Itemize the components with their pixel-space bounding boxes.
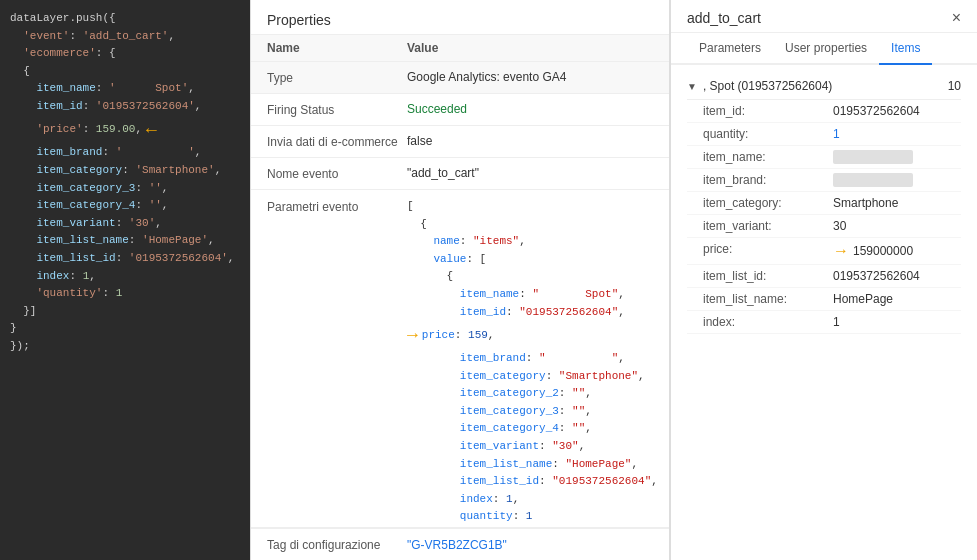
detail-key-item-name: item_name: — [703, 150, 833, 164]
detail-key-item-list-id: item_list_id: — [703, 269, 833, 283]
blurred-item-name — [833, 150, 913, 164]
detail-key-index: index: — [703, 315, 833, 329]
code-item-id: item_id: "0195372562604", — [407, 304, 661, 322]
code-quantity: quantity: 1 — [407, 508, 661, 526]
detail-value-quantity: 1 — [833, 127, 961, 141]
code-item-brand: item_brand: " ", — [407, 350, 661, 368]
code-line: item_category: 'Smartphone', — [10, 162, 240, 180]
code-line: index: 1, — [10, 268, 240, 286]
prop-row-ecommerce: Invia dati di e-commerce false — [251, 126, 669, 158]
detail-value-item-list-id: 0195372562604 — [833, 269, 961, 283]
arrow-left-icon: ← — [146, 116, 157, 145]
code-line: item_category_3: '', — [10, 180, 240, 198]
properties-header: Properties — [251, 0, 669, 35]
prop-value-nome: "add_to_cart" — [407, 166, 653, 180]
expand-arrow-icon[interactable]: ▼ — [687, 81, 697, 92]
event-params-row: Parametri evento [ { name: "items", valu… — [251, 190, 669, 528]
detail-value-item-brand — [833, 173, 961, 187]
tag-row: Tag di configurazione "G-VR5B2ZCG1B" — [251, 528, 669, 560]
detail-key-item-category: item_category: — [703, 196, 833, 210]
code-line: item_category_4: '', — [10, 197, 240, 215]
item-count: 10 — [948, 79, 961, 93]
code-line: item_variant: '30', — [10, 215, 240, 233]
code-line: 'ecommerce': { — [10, 45, 240, 63]
col-name-header: Name — [267, 41, 407, 55]
right-tabs: Parameters User properties Items — [671, 33, 977, 65]
detail-price: price: → 159000000 — [687, 238, 961, 265]
code-open: { — [407, 216, 661, 234]
detail-key-item-list-name: item_list_name: — [703, 292, 833, 306]
tab-parameters[interactable]: Parameters — [687, 33, 773, 65]
item-expand-row[interactable]: ▼ , Spot (0195372562604) 10 — [687, 73, 961, 100]
prop-name-nome: Nome evento — [267, 166, 407, 181]
code-item-cat3: item_category_3: "", — [407, 403, 661, 421]
code-line: item_list_id: '0195372562604', — [10, 250, 240, 268]
code-item-cat: item_category: "Smartphone", — [407, 368, 661, 386]
code-value-key: value: [ — [407, 251, 661, 269]
prop-value-ecommerce: false — [407, 134, 653, 148]
prop-name-firing: Firing Status — [267, 102, 407, 117]
price-arrow-row: 'price': 159.00, ← — [10, 116, 240, 145]
detail-index: index: 1 — [687, 311, 961, 334]
prop-name-type: Type — [267, 70, 407, 85]
detail-value-item-variant: 30 — [833, 219, 961, 233]
detail-item-list-name: item_list_name: HomePage — [687, 288, 961, 311]
code-line: } — [10, 320, 240, 338]
detail-key-price: price: — [703, 242, 833, 256]
code-item-name: item_name: " Spot", — [407, 286, 661, 304]
code-line: 'price': 159.00, — [10, 121, 142, 139]
code-line: }); — [10, 338, 240, 356]
detail-value-item-name — [833, 150, 961, 164]
detail-quantity: quantity: 1 — [687, 123, 961, 146]
right-panel-title: add_to_cart — [687, 10, 761, 26]
code-inner-open: { — [407, 268, 661, 286]
close-button[interactable]: × — [952, 10, 961, 26]
tab-user-properties[interactable]: User properties — [773, 33, 879, 65]
detail-value-item-category: Smartphone — [833, 196, 961, 210]
code-item-cat4: item_category_4: "", — [407, 420, 661, 438]
prop-value-type: Google Analytics: evento GA4 — [407, 70, 653, 84]
tag-label: Tag di configurazione — [267, 537, 407, 552]
detail-item-list-id: item_list_id: 0195372562604 — [687, 265, 961, 288]
tab-items[interactable]: Items — [879, 33, 932, 65]
detail-value-index: 1 — [833, 315, 961, 329]
tag-value: "G-VR5B2ZCG1B" — [407, 538, 653, 552]
code-price-row: → price: 159, — [407, 321, 661, 350]
prop-value-firing: Succeeded — [407, 102, 653, 116]
detail-item-variant: item_variant: 30 — [687, 215, 961, 238]
arrow-right-code-icon: → — [407, 321, 418, 350]
detail-key-quantity: quantity: — [703, 127, 833, 141]
prop-row-nome: Nome evento "add_to_cart" — [251, 158, 669, 190]
col-value-header: Value — [407, 41, 438, 55]
prop-row-firing: Firing Status Succeeded — [251, 94, 669, 126]
detail-key-item-brand: item_brand: — [703, 173, 833, 187]
right-header: add_to_cart × — [671, 0, 977, 33]
prop-row-type: Type Google Analytics: evento GA4 — [251, 62, 669, 94]
column-headers: Name Value — [251, 35, 669, 62]
code-price: price: 159, — [422, 327, 495, 345]
code-line: 'quantity': 1 — [10, 285, 240, 303]
item-expand-label: , Spot (0195372562604) — [703, 79, 942, 93]
detail-key-item-id: item_id: — [703, 104, 833, 118]
right-content: ▼ , Spot (0195372562604) 10 item_id: 019… — [671, 65, 977, 560]
middle-panel: Properties Name Value Type Google Analyt… — [250, 0, 670, 560]
prop-name-ecommerce: Invia dati di e-commerce — [267, 134, 407, 149]
code-item-cat2: item_category_2: "", — [407, 385, 661, 403]
detail-value-item-id: 0195372562604 — [833, 104, 961, 118]
detail-item-id: item_id: 0195372562604 — [687, 100, 961, 123]
code-line: dataLayer.push({ — [10, 10, 240, 28]
code-line: item_id: '0195372562604', — [10, 98, 240, 116]
code-line: { — [10, 63, 240, 81]
blurred-item-brand — [833, 173, 913, 187]
left-code-panel: dataLayer.push({ 'event': 'add_to_cart',… — [0, 0, 250, 560]
code-line: 'event': 'add_to_cart', — [10, 28, 240, 46]
code-item-variant: item_variant: "30", — [407, 438, 661, 456]
code-bracket: [ — [407, 198, 661, 216]
code-line: }] — [10, 303, 240, 321]
event-params-code: [ { name: "items", value: [ { item_name:… — [407, 198, 669, 528]
arrow-price-icon: → — [833, 242, 849, 260]
detail-item-category: item_category: Smartphone — [687, 192, 961, 215]
code-line: item_name: ' Spot', — [10, 80, 240, 98]
detail-value-price: 159000000 — [853, 244, 913, 258]
right-panel: add_to_cart × Parameters User properties… — [670, 0, 977, 560]
